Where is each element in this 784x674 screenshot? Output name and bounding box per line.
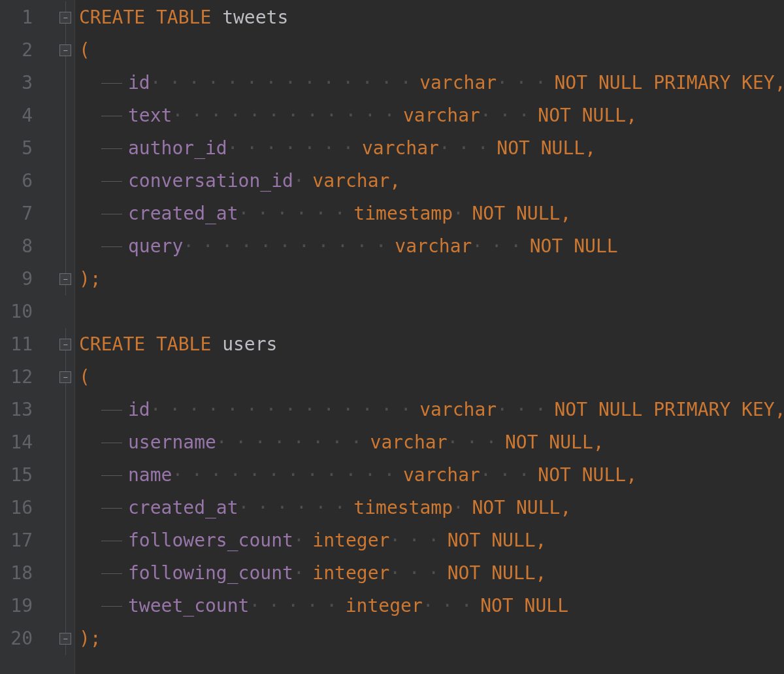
fold-slot <box>39 99 75 132</box>
line-number: 11 <box>0 328 39 361</box>
line-number: 10 <box>0 295 39 328</box>
code-line[interactable]: ( <box>75 34 784 67</box>
code-line[interactable]: username········varchar···NOT NULL, <box>75 426 784 459</box>
code-area[interactable]: CREATE TABLE tweets(id··············varc… <box>75 0 784 674</box>
code-line[interactable]: conversation_id·varchar, <box>75 165 784 197</box>
code-line[interactable]: author_id·······varchar···NOT NULL, <box>75 132 784 165</box>
fold-slot: − <box>39 328 75 361</box>
code-line[interactable]: CREATE TABLE tweets <box>75 1 784 34</box>
fold-open-icon[interactable]: − <box>59 12 71 24</box>
fold-slot <box>39 132 75 165</box>
fold-slot <box>39 230 75 263</box>
line-number: 14 <box>0 426 39 459</box>
fold-slot <box>39 524 75 557</box>
code-line[interactable]: query···········varchar···NOT NULL <box>75 230 784 263</box>
line-number: 1 <box>0 1 39 34</box>
line-number: 19 <box>0 590 39 622</box>
fold-open-icon[interactable]: − <box>59 44 71 56</box>
fold-slot <box>39 165 75 197</box>
line-number: 4 <box>0 99 39 132</box>
fold-close-icon[interactable]: − <box>59 633 71 645</box>
line-number: 16 <box>0 492 39 524</box>
code-line[interactable]: tweet_count·····integer···NOT NULL <box>75 590 784 622</box>
code-line[interactable]: following_count·integer···NOT NULL, <box>75 557 784 590</box>
fold-slot <box>39 295 75 328</box>
line-number: 18 <box>0 557 39 590</box>
code-line[interactable]: created_at······timestamp·NOT NULL, <box>75 197 784 230</box>
line-number: 20 <box>0 622 39 655</box>
fold-open-icon[interactable]: − <box>59 371 71 383</box>
fold-close-icon[interactable]: − <box>59 273 71 285</box>
code-line[interactable]: ); <box>75 263 784 295</box>
line-number: 12 <box>0 361 39 394</box>
line-number: 8 <box>0 230 39 263</box>
fold-slot <box>39 426 75 459</box>
code-line[interactable]: name············varchar···NOT NULL, <box>75 459 784 492</box>
line-number: 6 <box>0 165 39 197</box>
line-number: 7 <box>0 197 39 230</box>
code-line[interactable]: id··············varchar···NOT NULL PRIMA… <box>75 394 784 426</box>
code-line[interactable] <box>75 295 784 328</box>
fold-slot <box>39 557 75 590</box>
line-number: 2 <box>0 34 39 67</box>
fold-gutter: −−−−−− <box>39 0 75 674</box>
line-number: 9 <box>0 263 39 295</box>
fold-open-icon[interactable]: − <box>59 339 71 350</box>
fold-slot <box>39 459 75 492</box>
fold-slot: − <box>39 263 75 295</box>
code-line[interactable]: created_at······timestamp·NOT NULL, <box>75 492 784 524</box>
code-line[interactable]: CREATE TABLE users <box>75 328 784 361</box>
line-number: 15 <box>0 459 39 492</box>
line-number: 17 <box>0 524 39 557</box>
line-number-gutter: 1234567891011121314151617181920 <box>0 0 39 674</box>
code-line[interactable]: followers_count·integer···NOT NULL, <box>75 524 784 557</box>
fold-slot <box>39 197 75 230</box>
fold-slot: − <box>39 1 75 34</box>
line-number: 3 <box>0 67 39 99</box>
line-number: 13 <box>0 394 39 426</box>
fold-slot: − <box>39 622 75 655</box>
code-line[interactable]: text············varchar···NOT NULL, <box>75 99 784 132</box>
code-line[interactable]: ); <box>75 622 784 655</box>
fold-slot: − <box>39 361 75 394</box>
fold-slot <box>39 67 75 99</box>
fold-slot: − <box>39 34 75 67</box>
code-line[interactable]: ( <box>75 361 784 394</box>
fold-slot <box>39 590 75 622</box>
fold-slot <box>39 394 75 426</box>
code-line[interactable]: id··············varchar···NOT NULL PRIMA… <box>75 67 784 99</box>
fold-slot <box>39 492 75 524</box>
line-number: 5 <box>0 132 39 165</box>
code-editor[interactable]: 1234567891011121314151617181920 −−−−−− C… <box>0 0 784 674</box>
